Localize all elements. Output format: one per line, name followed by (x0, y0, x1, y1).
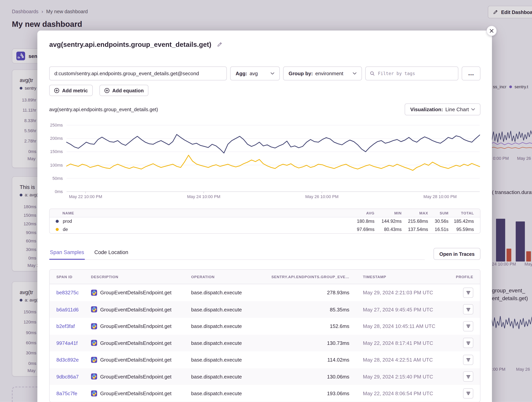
chart-x-axis: May 22 10:00 PMMay 24 10:00 PMMay 26 10:… (49, 119, 481, 200)
summary-header-cell: AVG (344, 211, 374, 215)
summary-header-cell: SUM (428, 211, 449, 215)
series-sum: 30.56s (428, 219, 449, 224)
series-name-cell: de (50, 227, 344, 232)
span-operation: base.dispatch.execute (191, 323, 262, 329)
series-sum: 16.51s (428, 227, 449, 232)
span-description-cell: GroupEventDetailsEndpoint.get (91, 290, 191, 296)
samples-header-cell: TIMESTAMP (349, 275, 444, 279)
plus-circle-icon (104, 88, 110, 93)
span-id-link[interactable]: b6a911d6 (57, 307, 79, 312)
python-icon (91, 373, 97, 379)
summary-header-cell: NAME (50, 211, 344, 215)
span-id-link[interactable]: 8d3c892e (57, 357, 79, 363)
span-timestamp: May 28, 2024 10:45:11 AM UTC (349, 323, 444, 329)
profile-button[interactable] (463, 371, 473, 382)
metric-query-input[interactable] (49, 67, 227, 80)
metric-line-chart: 250ms200ms150ms100ms50ms0ms May 22 10:00… (49, 119, 481, 200)
profile-button[interactable] (463, 388, 473, 398)
span-description-cell: GroupEventDetailsEndpoint.get (91, 390, 191, 396)
series-color-dot (56, 228, 59, 231)
profile-button[interactable] (463, 288, 473, 298)
span-operation: base.dispatch.execute (191, 340, 262, 346)
profile-button[interactable] (463, 338, 473, 348)
samples-header-cell: SENTRY.API.ENDPOINTS.GROUP_EVE… (262, 275, 349, 279)
profile-cell (444, 388, 473, 398)
span-duration: 130.06ms (262, 374, 349, 379)
profile-cell (444, 371, 473, 382)
aggregate-select[interactable]: Agg: avg (230, 67, 280, 80)
span-timestamp: May 22, 2024 8:06:54 PM UTC (349, 390, 444, 396)
span-description-cell: GroupEventDetailsEndpoint.get (91, 323, 191, 329)
add-equation-button[interactable]: Add equation (99, 85, 148, 96)
aggregate-label: Agg: (236, 71, 247, 76)
span-duration: 85.35ms (262, 307, 349, 312)
chevron-down-icon (353, 72, 356, 75)
series-max: 137.54ms (402, 227, 428, 232)
span-sample-row: 8a75c7feGroupEventDetailsEndpoint.getbas… (50, 385, 480, 402)
span-operation: base.dispatch.execute (191, 374, 262, 379)
aggregate-value: avg (250, 71, 258, 76)
summary-header-cell: MAX (402, 211, 428, 215)
summary-table-header: NAMEAVGMINMAXSUMTOTAL (50, 209, 480, 217)
span-timestamp: May 29, 2024 2:21:03 PM UTC (349, 290, 444, 296)
samples-header-cell: SPAN ID (57, 275, 91, 279)
span-description-cell: GroupEventDetailsEndpoint.get (91, 357, 191, 363)
span-id-cell: 8d3c892e (57, 357, 91, 363)
visualization-label: Visualization: (410, 106, 443, 112)
filter-tags-input[interactable] (378, 71, 454, 76)
summary-header-cell: TOTAL (449, 211, 474, 215)
tab-span-samples[interactable]: Span Samples (49, 249, 85, 259)
screen: Dashboards › My new dashboard My new das… (0, 0, 532, 402)
close-button[interactable] (487, 26, 497, 36)
series-name-cell: prod (50, 219, 344, 224)
span-id-link[interactable]: 8a75c7fe (57, 390, 77, 396)
close-icon (490, 29, 494, 33)
samples-header-cell: OPERATION (191, 275, 262, 279)
profile-button[interactable] (463, 321, 473, 331)
python-icon (91, 323, 97, 329)
samples-table-body: be83275cGroupEventDetailsEndpoint.getbas… (50, 284, 480, 402)
summary-table-body: prod180.8ms144.92ms215.68ms30.56s185.42m… (50, 217, 480, 233)
span-description: GroupEventDetailsEndpoint.get (100, 340, 172, 346)
profile-cell (444, 304, 473, 314)
span-id-link[interactable]: b2ef3faf (57, 323, 75, 329)
span-duration: 114.02ms (262, 357, 349, 363)
open-in-traces-button[interactable]: Open in Traces (434, 248, 481, 260)
span-id-cell: 9974a41f (57, 340, 91, 346)
span-id-link[interactable]: 9974a41f (57, 340, 78, 346)
span-operation: base.dispatch.execute (191, 307, 262, 312)
span-description-cell: GroupEventDetailsEndpoint.get (91, 373, 191, 379)
x-axis-label: May 24 10:00 PM (187, 194, 220, 199)
span-duration: 278.93ms (262, 290, 349, 296)
pencil-icon (217, 42, 222, 47)
series-summary-table: NAMEAVGMINMAXSUMTOTAL prod180.8ms144.92m… (49, 209, 481, 234)
span-sample-row: be83275cGroupEventDetailsEndpoint.getbas… (50, 284, 480, 301)
edit-title-button[interactable] (216, 41, 223, 48)
tabs: Span Samples Code Location (49, 249, 425, 260)
add-metric-button[interactable]: Add metric (49, 85, 93, 96)
series-avg: 180.8ms (344, 219, 374, 224)
span-sample-row: 8d3c892eGroupEventDetailsEndpoint.getbas… (50, 352, 480, 368)
group-by-value: environment (315, 71, 343, 76)
span-id-link[interactable]: 9dbc86a7 (57, 374, 79, 379)
python-icon (91, 390, 97, 396)
modal-title: avg(sentry.api.endpoints.group_event_det… (49, 40, 211, 48)
series-max: 215.68ms (402, 219, 428, 224)
span-id-link[interactable]: be83275c (57, 290, 79, 296)
visualization-select[interactable]: Visualization: Line Chart (405, 103, 480, 115)
more-options-button[interactable]: … (462, 67, 481, 80)
series-color-dot (56, 220, 59, 223)
span-operation: base.dispatch.execute (191, 357, 262, 363)
python-icon (91, 340, 97, 346)
profile-cell (444, 355, 473, 365)
span-samples-table: SPAN IDDESCRIPTIONOPERATIONSENTRY.API.EN… (49, 269, 481, 402)
search-icon (370, 71, 375, 76)
group-by-select[interactable]: Group by: environment (283, 67, 362, 80)
filter-tags-search[interactable] (365, 67, 458, 80)
span-operation: base.dispatch.execute (191, 390, 262, 396)
tabs-row: Span Samples Code Location Open in Trace… (49, 248, 481, 260)
profile-button[interactable] (463, 304, 473, 314)
profile-button[interactable] (463, 355, 473, 365)
tab-code-location[interactable]: Code Location (94, 249, 129, 259)
summary-header-cell: MIN (374, 211, 402, 215)
